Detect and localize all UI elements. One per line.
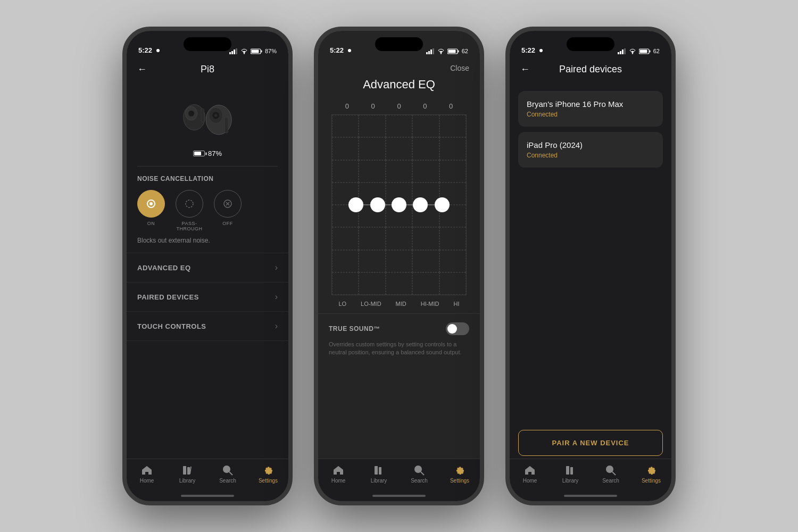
- true-sound-label: TRUE SOUND™: [329, 325, 380, 332]
- device-status-0: Connected: [527, 111, 654, 118]
- device-card-0[interactable]: Bryan's iPhone 16 Pro Max Connected: [518, 91, 663, 127]
- earbuds-image: [127, 80, 288, 149]
- tab-library-2[interactable]: Library: [359, 464, 399, 484]
- back-button-3[interactable]: ←: [520, 64, 530, 75]
- eq-handle-hi[interactable]: [435, 197, 450, 212]
- svg-line-54: [612, 472, 616, 475]
- page-title-3: Paired devices: [559, 64, 622, 75]
- nc-label-on: ON: [147, 221, 155, 226]
- svg-rect-30: [426, 52, 428, 54]
- eq-title: Advanced EQ: [318, 75, 480, 102]
- touch-controls-row[interactable]: TOUCH CONTROLS ›: [127, 312, 288, 341]
- nc-option-off[interactable]: OFF: [214, 190, 242, 231]
- true-sound-section: TRUE SOUND™ Overrides custom settings by…: [318, 313, 480, 365]
- svg-point-11: [188, 111, 194, 117]
- tab-label-home-3: Home: [523, 478, 537, 484]
- tab-search-1[interactable]: Search: [207, 464, 248, 484]
- battery-icon: [193, 151, 205, 156]
- eq-val-lomid: 0: [371, 102, 375, 110]
- svg-rect-12: [201, 109, 204, 122]
- nc-circle-on: [137, 190, 165, 218]
- eq-val-mid: 0: [397, 102, 401, 110]
- toggle-knob: [447, 324, 457, 334]
- true-sound-desc: Overrides custom settings by setting con…: [329, 340, 469, 357]
- status-icons-2: 62: [426, 48, 468, 54]
- nc-option-on[interactable]: ON: [137, 190, 165, 231]
- svg-rect-38: [375, 466, 378, 475]
- svg-rect-1: [229, 52, 231, 54]
- tab-settings-1[interactable]: Settings: [248, 464, 288, 484]
- advanced-eq-row[interactable]: ADVANCED EQ ›: [127, 253, 288, 282]
- paired-devices-row[interactable]: PAIRED DEVICES ›: [127, 282, 288, 312]
- nc-circle-off: [214, 190, 242, 218]
- svg-point-5: [244, 53, 245, 54]
- true-sound-row: TRUE SOUND™: [329, 322, 469, 335]
- touch-controls-label: TOUCH CONTROLS: [137, 322, 206, 330]
- svg-point-34: [440, 53, 442, 54]
- eq-labels-row: LO LO-MID MID HI-MID HI: [318, 295, 480, 307]
- eq-val-lo: 0: [345, 102, 349, 110]
- tab-label-search-1: Search: [219, 478, 236, 484]
- pair-new-device-button[interactable]: PAIR A NEW DEVICE: [518, 430, 663, 456]
- close-button[interactable]: Close: [450, 64, 469, 72]
- tab-label-search-3: Search: [602, 478, 619, 484]
- tab-library-3[interactable]: Library: [550, 464, 591, 484]
- nc-option-passthrough[interactable]: PASS-THROUGH: [176, 190, 203, 231]
- nc-description: Blocks out external noise.: [137, 237, 278, 244]
- svg-point-53: [606, 466, 613, 472]
- svg-rect-4: [236, 48, 237, 54]
- true-sound-toggle[interactable]: [446, 322, 469, 335]
- tab-home-3[interactable]: Home: [510, 464, 550, 484]
- device-card-1[interactable]: iPad Pro (2024) Connected: [518, 132, 663, 168]
- phone-2-screen: 5:22 62 Close Advanced EQ 0 0 0 0 0: [318, 31, 480, 501]
- home-bar-1: [181, 495, 234, 497]
- svg-point-19: [149, 202, 153, 205]
- tab-home-1[interactable]: Home: [127, 464, 167, 484]
- svg-point-27: [223, 466, 230, 472]
- eq-handle-mid[interactable]: [392, 197, 406, 212]
- tab-settings-3[interactable]: Settings: [631, 464, 671, 484]
- tab-label-settings-1: Settings: [259, 478, 278, 484]
- battery-percentage: 87%: [208, 149, 222, 157]
- battery-row: 87%: [127, 149, 288, 157]
- status-icons-1: 87%: [229, 48, 277, 54]
- svg-point-40: [415, 466, 421, 472]
- advanced-eq-label: ADVANCED EQ: [137, 264, 191, 272]
- tab-settings-2[interactable]: Settings: [439, 464, 480, 484]
- svg-rect-50: [639, 49, 647, 53]
- eq-band-hi: HI: [453, 301, 459, 307]
- svg-rect-17: [225, 118, 228, 134]
- svg-point-20: [186, 200, 193, 207]
- svg-rect-44: [620, 51, 621, 54]
- svg-point-47: [632, 53, 633, 54]
- paired-devices-chevron: ›: [275, 292, 278, 302]
- status-time-1: 5:22: [138, 46, 160, 54]
- eq-handle-lo[interactable]: [348, 197, 363, 212]
- phone-1-screen: 5:22 87% ← Pi8: [127, 31, 288, 501]
- back-button-1[interactable]: ←: [137, 64, 147, 75]
- svg-rect-8: [251, 49, 259, 53]
- svg-rect-2: [231, 51, 233, 54]
- tab-home-2[interactable]: Home: [318, 464, 359, 484]
- tab-label-settings-2: Settings: [450, 478, 469, 484]
- status-icons-3: 62: [618, 48, 660, 54]
- svg-line-28: [229, 472, 232, 475]
- tab-search-3[interactable]: Search: [591, 464, 631, 484]
- device-name-0: Bryan's iPhone 16 Pro Max: [527, 99, 654, 109]
- tab-search-2[interactable]: Search: [399, 464, 439, 484]
- eq-handle-lomid[interactable]: [370, 197, 385, 212]
- svg-rect-31: [428, 51, 430, 54]
- eq-band-mid: MID: [396, 301, 406, 307]
- svg-rect-52: [570, 467, 573, 475]
- svg-rect-45: [622, 49, 624, 54]
- dynamic-island-3: [567, 37, 614, 51]
- eq-handle-himid[interactable]: [413, 197, 428, 212]
- svg-point-16: [214, 114, 218, 117]
- status-time-3: 5:22: [521, 46, 543, 54]
- nc-label-off: OFF: [222, 221, 233, 226]
- phone-3-nav: ← Paired devices: [510, 59, 671, 80]
- tab-library-1[interactable]: Library: [167, 464, 207, 484]
- phone-2: 5:22 62 Close Advanced EQ 0 0 0 0 0: [314, 27, 484, 505]
- home-bar-2: [372, 495, 426, 497]
- eq-nav: Close: [318, 59, 480, 75]
